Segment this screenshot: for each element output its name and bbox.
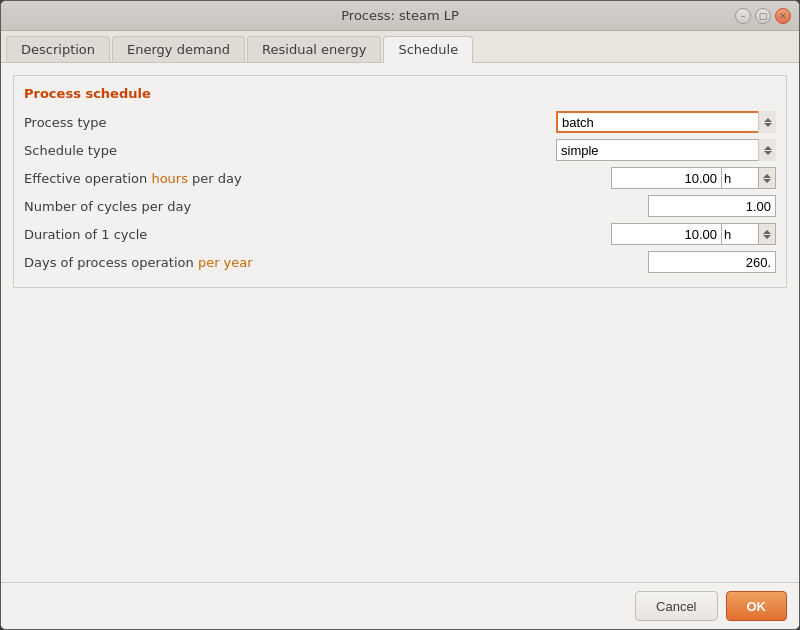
arrow-down-icon: [763, 235, 771, 239]
schedule-type-label: Schedule type: [24, 143, 324, 158]
arrow-down-icon: [763, 179, 771, 183]
cycle-duration-input[interactable]: [611, 223, 721, 245]
minimize-button[interactable]: –: [735, 8, 751, 24]
days-per-year-input[interactable]: [648, 251, 776, 273]
tab-bar: Description Energy demand Residual energ…: [1, 31, 799, 63]
arrow-down-icon: [764, 123, 772, 127]
effective-hours-controls: h min: [611, 167, 776, 189]
cancel-button[interactable]: Cancel: [635, 591, 717, 621]
schedule-type-controls: simple complex: [556, 139, 776, 161]
arrow-up-icon: [763, 174, 771, 178]
footer: Cancel OK: [1, 582, 799, 629]
cycles-per-day-row: Number of cycles per day: [24, 193, 776, 219]
effective-hours-row: Effective operation hours per day h min: [24, 165, 776, 191]
arrow-up-icon: [764, 118, 772, 122]
content-area: Process schedule Process type batch cont…: [1, 63, 799, 582]
cycles-per-day-controls: [648, 195, 776, 217]
cycles-per-day-label: Number of cycles per day: [24, 199, 324, 214]
tab-schedule[interactable]: Schedule: [383, 36, 473, 63]
cycle-duration-unit-spinner[interactable]: [758, 223, 776, 245]
process-type-select-wrapper: batch continuous intermittent: [556, 111, 776, 133]
effective-hours-input[interactable]: [611, 167, 721, 189]
process-schedule-section: Process schedule Process type batch cont…: [13, 75, 787, 288]
process-type-controls: batch continuous intermittent: [556, 111, 776, 133]
cycle-duration-row: Duration of 1 cycle h min: [24, 221, 776, 247]
maximize-button[interactable]: □: [755, 8, 771, 24]
schedule-type-select-wrapper: simple complex: [556, 139, 776, 161]
arrow-down-icon: [764, 151, 772, 155]
arrow-up-icon: [764, 146, 772, 150]
section-title: Process schedule: [24, 86, 776, 101]
cycle-duration-unit-wrapper: h min: [721, 223, 776, 245]
cycle-duration-label: Duration of 1 cycle: [24, 227, 324, 242]
process-type-row: Process type batch continuous intermitte…: [24, 109, 776, 135]
cycles-per-day-input[interactable]: [648, 195, 776, 217]
process-type-select[interactable]: batch continuous intermittent: [556, 111, 776, 133]
process-type-spinner[interactable]: [758, 111, 776, 133]
titlebar-buttons: – □ ✕: [735, 8, 791, 24]
window-title: Process: steam LP: [341, 8, 459, 23]
titlebar: Process: steam LP – □ ✕: [1, 1, 799, 31]
tab-description[interactable]: Description: [6, 36, 110, 62]
process-type-label: Process type: [24, 115, 324, 130]
schedule-type-row: Schedule type simple complex: [24, 137, 776, 163]
effective-hours-unit-spinner[interactable]: [758, 167, 776, 189]
ok-button[interactable]: OK: [726, 591, 788, 621]
main-window: Process: steam LP – □ ✕ Description Ener…: [0, 0, 800, 630]
days-per-year-row: Days of process operation per year: [24, 249, 776, 275]
days-per-year-label: Days of process operation per year: [24, 255, 324, 270]
tab-energy-demand[interactable]: Energy demand: [112, 36, 245, 62]
schedule-type-select[interactable]: simple complex: [556, 139, 776, 161]
effective-hours-unit-wrapper: h min: [721, 167, 776, 189]
days-per-year-controls: [648, 251, 776, 273]
tab-residual-energy[interactable]: Residual energy: [247, 36, 381, 62]
arrow-up-icon: [763, 230, 771, 234]
effective-hours-label: Effective operation hours per day: [24, 171, 324, 186]
close-button[interactable]: ✕: [775, 8, 791, 24]
cycle-duration-controls: h min: [611, 223, 776, 245]
schedule-type-spinner[interactable]: [758, 139, 776, 161]
